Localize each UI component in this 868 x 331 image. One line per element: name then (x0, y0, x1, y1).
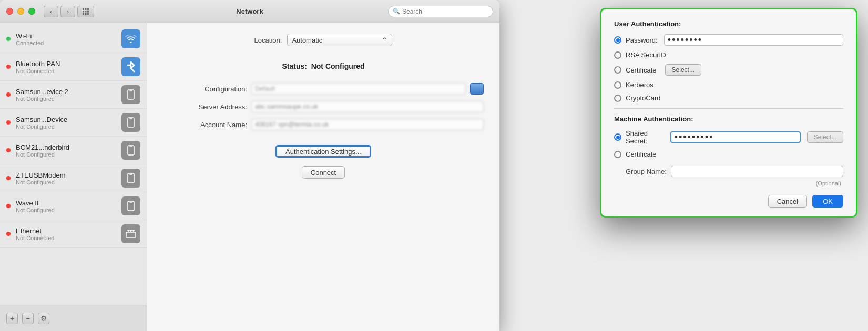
configuration-label: Configuration: (163, 85, 247, 93)
ethernet-icon (121, 224, 140, 243)
user-auth-title: User Authentication: (614, 20, 843, 28)
kerberos-radio-row: Kerberos (614, 81, 843, 89)
location-label: Location: (254, 36, 282, 44)
sidebar-item-info-samsung: Samsun...Device Not Configured (16, 116, 116, 130)
search-icon: 🔍 (393, 8, 400, 15)
sidebar-item-info-samsung2: Samsun...evice 2 Not Configured (16, 88, 116, 102)
cancel-button[interactable]: Cancel (768, 195, 807, 208)
sidebar-item-bluetooth[interactable]: Bluetooth PAN Not Connected (0, 53, 147, 81)
dialog-buttons: Cancel OK (614, 195, 843, 208)
status-row: Status: Not Configured (163, 62, 484, 70)
password-radio[interactable] (614, 36, 621, 44)
maximize-button[interactable] (28, 8, 35, 15)
ok-button[interactable]: OK (812, 195, 843, 208)
certificate-select-button[interactable]: Select... (665, 64, 701, 76)
status-dot-wifi (6, 37, 11, 41)
account-name-input[interactable] (251, 119, 484, 130)
certificate-radio-row: Certificate Select... (614, 64, 843, 76)
password-input[interactable] (664, 34, 843, 46)
sidebar-item-bcm[interactable]: BCM21...nderbird Not Configured (0, 137, 147, 164)
auth-divider (614, 108, 843, 109)
search-input[interactable] (402, 8, 488, 15)
search-bar[interactable]: 🔍 (388, 6, 493, 17)
certificate-radio[interactable] (614, 66, 621, 74)
sidebar-item-name-wave: Wave II (16, 199, 116, 207)
password-label: Password: (626, 36, 658, 44)
phone-icon-samsung2 (121, 85, 140, 104)
configuration-dropdown-button[interactable] (470, 83, 484, 95)
svg-rect-5 (87, 11, 89, 12)
sidebar-item-status-bluetooth: Not Connected (16, 68, 116, 74)
location-value: Automatic (292, 36, 322, 44)
group-name-input[interactable] (671, 166, 843, 177)
sidebar-item-zte[interactable]: ZTEUSBModem Not Configured (0, 164, 147, 192)
sidebar-item-info-bluetooth: Bluetooth PAN Not Connected (16, 60, 116, 74)
network-window: ‹ › Network 🔍 (0, 0, 499, 331)
svg-rect-8 (87, 13, 89, 15)
sidebar-item-info-zte: ZTEUSBModem Not Configured (16, 171, 116, 185)
back-button[interactable]: ‹ (44, 6, 58, 17)
svg-rect-3 (83, 11, 84, 12)
sidebar-item-status-wifi: Connected (16, 40, 116, 46)
remove-network-button[interactable]: − (22, 313, 34, 324)
sidebar-item-status-samsung2: Not Configured (16, 96, 116, 102)
rsa-radio-row: RSA SecurID (614, 51, 843, 59)
sidebar-item-name-bluetooth: Bluetooth PAN (16, 60, 116, 68)
sidebar-item-status-ethernet: Not Connected (16, 235, 116, 241)
certificate-label: Certificate (626, 66, 657, 74)
network-settings-button[interactable]: ⚙ (38, 313, 49, 324)
sidebar-item-name-bcm: BCM21...nderbird (16, 143, 116, 151)
sidebar-item-status-samsung: Not Configured (16, 123, 116, 130)
sidebar-item-info-bcm: BCM21...nderbird Not Configured (16, 143, 116, 158)
server-address-input[interactable] (251, 101, 484, 112)
machine-certificate-label: Certificate (626, 150, 657, 158)
svg-rect-6 (83, 13, 84, 15)
kerberos-label: Kerberos (626, 81, 653, 89)
close-button[interactable] (6, 8, 13, 15)
rsa-radio[interactable] (614, 51, 621, 59)
minimize-button[interactable] (17, 8, 24, 15)
connect-button[interactable]: Connect (302, 166, 345, 179)
shared-secret-radio[interactable] (614, 133, 621, 141)
main-content: Location: Automatic ⌃ Status: Not Config… (147, 23, 499, 331)
sidebar-item-wifi[interactable]: Wi-Fi Connected (0, 25, 147, 53)
kerberos-radio[interactable] (614, 81, 621, 89)
window-title: Network (236, 7, 263, 15)
svg-rect-1 (85, 8, 87, 10)
add-network-button[interactable]: + (6, 313, 18, 324)
shared-secret-select-btn[interactable]: Select... (807, 131, 843, 143)
status-dot-ethernet (6, 232, 11, 236)
location-select[interactable]: Automatic ⌃ (287, 34, 392, 46)
shared-secret-label: Shared Secret: (626, 129, 664, 145)
shared-secret-input[interactable] (670, 131, 801, 143)
sidebar-item-name-wifi: Wi-Fi (16, 32, 116, 40)
button-row: Authentication Settings... (163, 145, 484, 158)
status-label: Status: (282, 62, 307, 70)
auth-settings-button[interactable]: Authentication Settings... (275, 145, 371, 158)
sidebar-item-status-wave: Not Configured (16, 207, 116, 213)
forward-button[interactable]: › (60, 6, 75, 17)
auth-settings-dialog: User Authentication: Password: RSA Secur… (600, 8, 857, 218)
grid-button[interactable] (77, 6, 94, 17)
status-dot-zte (6, 176, 11, 180)
status-value: Not Configured (311, 62, 365, 70)
sidebar-item-name-samsung: Samsun...Device (16, 116, 116, 123)
cryptocard-radio[interactable] (614, 95, 621, 102)
sidebar-item-wave[interactable]: Wave II Not Configured (0, 192, 147, 220)
group-name-label: Group Name: (614, 168, 667, 175)
server-address-row: Server Address: (163, 101, 484, 112)
svg-rect-19 (126, 232, 136, 237)
sidebar-item-ethernet[interactable]: Ethernet Not Connected (0, 220, 147, 248)
sidebar-item-name-zte: ZTEUSBModem (16, 171, 116, 179)
sidebar-bottom: + − ⚙ (0, 305, 147, 331)
location-row: Location: Automatic ⌃ (163, 34, 484, 46)
server-address-label: Server Address: (163, 103, 247, 111)
configuration-input[interactable] (251, 83, 466, 95)
sidebar-item-info-wifi: Wi-Fi Connected (16, 32, 116, 46)
machine-certificate-radio[interactable] (614, 151, 621, 158)
phone-icon-bcm (121, 141, 140, 160)
sidebar-item-samsung[interactable]: Samsun...Device Not Configured (0, 109, 147, 137)
sidebar-item-info-wave: Wave II Not Configured (16, 199, 116, 213)
sidebar-list: Wi-Fi Connected (0, 23, 147, 305)
sidebar-item-samsung2[interactable]: Samsun...evice 2 Not Configured (0, 81, 147, 109)
